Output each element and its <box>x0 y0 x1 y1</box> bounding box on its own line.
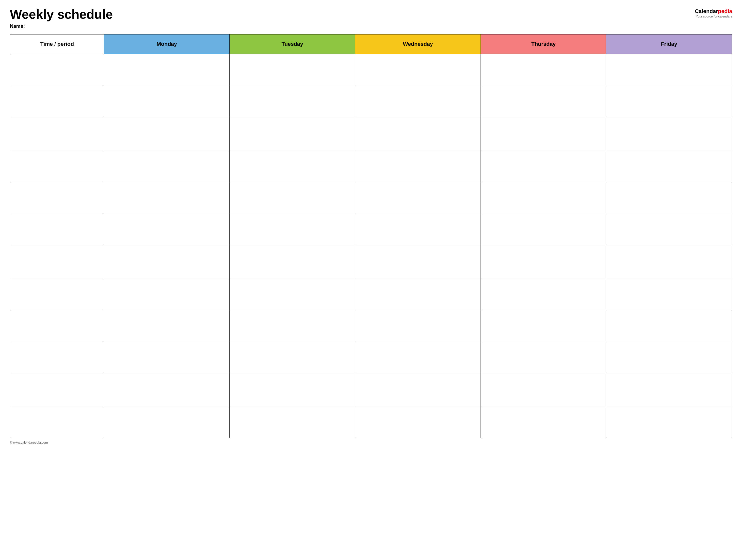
schedule-cell[interactable] <box>104 182 229 214</box>
name-label: Name: <box>10 23 113 29</box>
table-row <box>10 86 732 118</box>
schedule-cell[interactable] <box>606 118 732 150</box>
schedule-cell[interactable] <box>104 278 229 310</box>
schedule-cell[interactable] <box>606 406 732 438</box>
schedule-cell[interactable] <box>229 278 355 310</box>
schedule-cell[interactable] <box>606 342 732 374</box>
table-row <box>10 406 732 438</box>
schedule-cell[interactable] <box>355 246 481 278</box>
col-header-tuesday: Tuesday <box>229 34 355 54</box>
schedule-cell[interactable] <box>229 214 355 246</box>
schedule-cell[interactable] <box>481 406 606 438</box>
schedule-cell[interactable] <box>104 342 229 374</box>
schedule-cell[interactable] <box>104 150 229 182</box>
schedule-cell[interactable] <box>606 278 732 310</box>
schedule-cell[interactable] <box>355 182 481 214</box>
schedule-cell[interactable] <box>481 374 606 406</box>
title-section: Weekly schedule Name: <box>10 7 113 29</box>
col-header-thursday: Thursday <box>481 34 606 54</box>
footer: © www.calendarpedia.com <box>10 441 732 444</box>
schedule-cell[interactable] <box>606 54 732 86</box>
table-row <box>10 310 732 342</box>
schedule-cell[interactable] <box>481 246 606 278</box>
schedule-cell[interactable] <box>481 118 606 150</box>
schedule-cell[interactable] <box>355 406 481 438</box>
logo-text: Calendarpedia <box>695 9 732 14</box>
time-cell[interactable] <box>10 214 104 246</box>
schedule-cell[interactable] <box>229 310 355 342</box>
schedule-cell[interactable] <box>229 406 355 438</box>
logo-calendar: Calendar <box>695 8 718 14</box>
table-row <box>10 54 732 86</box>
schedule-cell[interactable] <box>229 86 355 118</box>
schedule-cell[interactable] <box>229 246 355 278</box>
schedule-cell[interactable] <box>606 214 732 246</box>
schedule-cell[interactable] <box>355 54 481 86</box>
schedule-cell[interactable] <box>355 310 481 342</box>
schedule-cell[interactable] <box>481 182 606 214</box>
schedule-cell[interactable] <box>355 342 481 374</box>
schedule-cell[interactable] <box>481 310 606 342</box>
schedule-cell[interactable] <box>481 214 606 246</box>
schedule-cell[interactable] <box>229 374 355 406</box>
schedule-cell[interactable] <box>606 182 732 214</box>
schedule-cell[interactable] <box>229 118 355 150</box>
schedule-cell[interactable] <box>481 54 606 86</box>
schedule-cell[interactable] <box>481 150 606 182</box>
schedule-cell[interactable] <box>606 246 732 278</box>
schedule-cell[interactable] <box>104 406 229 438</box>
col-header-monday: Monday <box>104 34 229 54</box>
schedule-cell[interactable] <box>229 182 355 214</box>
header-area: Weekly schedule Name: Calendarpedia Your… <box>10 7 732 29</box>
schedule-cell[interactable] <box>481 278 606 310</box>
schedule-cell[interactable] <box>229 342 355 374</box>
schedule-cell[interactable] <box>104 246 229 278</box>
logo-subtitle: Your source for calendars <box>695 14 732 18</box>
schedule-cell[interactable] <box>355 86 481 118</box>
time-cell[interactable] <box>10 118 104 150</box>
time-cell[interactable] <box>10 150 104 182</box>
schedule-cell[interactable] <box>104 310 229 342</box>
page-title: Weekly schedule <box>10 7 113 21</box>
time-cell[interactable] <box>10 246 104 278</box>
schedule-cell[interactable] <box>355 278 481 310</box>
time-cell[interactable] <box>10 374 104 406</box>
schedule-cell[interactable] <box>606 374 732 406</box>
table-row <box>10 150 732 182</box>
time-cell[interactable] <box>10 342 104 374</box>
schedule-body <box>10 54 732 438</box>
schedule-cell[interactable] <box>229 54 355 86</box>
schedule-cell[interactable] <box>355 214 481 246</box>
time-cell[interactable] <box>10 310 104 342</box>
time-cell[interactable] <box>10 182 104 214</box>
time-cell[interactable] <box>10 406 104 438</box>
col-header-wednesday: Wednesday <box>355 34 481 54</box>
schedule-cell[interactable] <box>355 118 481 150</box>
schedule-cell[interactable] <box>104 86 229 118</box>
table-row <box>10 246 732 278</box>
schedule-cell[interactable] <box>481 342 606 374</box>
schedule-cell[interactable] <box>355 150 481 182</box>
schedule-cell[interactable] <box>481 86 606 118</box>
table-row <box>10 342 732 374</box>
logo-section: Calendarpedia Your source for calendars <box>695 9 732 18</box>
schedule-cell[interactable] <box>229 150 355 182</box>
schedule-cell[interactable] <box>104 374 229 406</box>
schedule-cell[interactable] <box>606 310 732 342</box>
schedule-cell[interactable] <box>606 86 732 118</box>
table-row <box>10 182 732 214</box>
col-header-friday: Friday <box>606 34 732 54</box>
schedule-cell[interactable] <box>104 214 229 246</box>
table-row <box>10 118 732 150</box>
time-cell[interactable] <box>10 278 104 310</box>
schedule-cell[interactable] <box>104 54 229 86</box>
time-cell[interactable] <box>10 86 104 118</box>
schedule-cell[interactable] <box>355 374 481 406</box>
schedule-cell[interactable] <box>606 150 732 182</box>
header-row: Time / period Monday Tuesday Wednesday T… <box>10 34 732 54</box>
time-cell[interactable] <box>10 54 104 86</box>
col-header-time: Time / period <box>10 34 104 54</box>
table-row <box>10 374 732 406</box>
table-row <box>10 278 732 310</box>
schedule-cell[interactable] <box>104 118 229 150</box>
